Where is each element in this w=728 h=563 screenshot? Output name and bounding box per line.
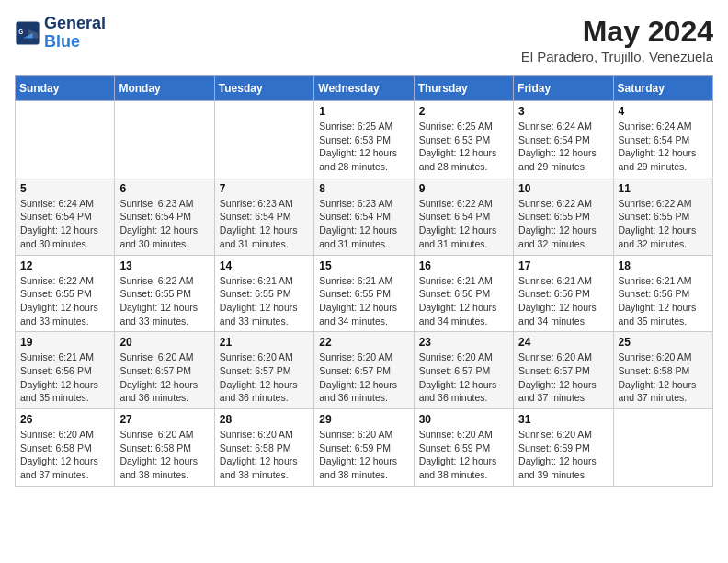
day-info: Sunrise: 6:24 AM Sunset: 6:54 PM Dayligh… <box>518 120 608 174</box>
day-info: Sunrise: 6:21 AM Sunset: 6:56 PM Dayligh… <box>20 350 109 405</box>
day-number: 17 <box>518 259 608 272</box>
day-info: Sunrise: 6:20 AM Sunset: 6:59 PM Dayligh… <box>518 428 608 482</box>
day-info: Sunrise: 6:20 AM Sunset: 6:58 PM Dayligh… <box>20 428 109 482</box>
day-number: 21 <box>220 336 309 349</box>
day-number: 15 <box>319 259 408 272</box>
calendar-cell: 7Sunrise: 6:23 AM Sunset: 6:54 PM Daylig… <box>214 178 313 255</box>
day-info: Sunrise: 6:20 AM Sunset: 6:57 PM Dayligh… <box>518 350 608 405</box>
calendar-cell: 25Sunrise: 6:20 AM Sunset: 6:58 PM Dayli… <box>613 332 712 409</box>
calendar-cell: 22Sunrise: 6:20 AM Sunset: 6:57 PM Dayli… <box>314 332 414 409</box>
day-number: 25 <box>619 336 708 349</box>
svg-text:G: G <box>18 29 23 35</box>
calendar-week-row: 1Sunrise: 6:25 AM Sunset: 6:53 PM Daylig… <box>16 101 713 178</box>
day-info: Sunrise: 6:24 AM Sunset: 6:54 PM Dayligh… <box>20 197 109 251</box>
day-info: Sunrise: 6:22 AM Sunset: 6:55 PM Dayligh… <box>518 197 608 251</box>
day-number: 8 <box>319 182 408 195</box>
day-info: Sunrise: 6:22 AM Sunset: 6:54 PM Dayligh… <box>419 197 508 251</box>
day-info: Sunrise: 6:20 AM Sunset: 6:58 PM Dayligh… <box>119 428 209 482</box>
calendar-cell: 6Sunrise: 6:23 AM Sunset: 6:54 PM Daylig… <box>115 178 214 255</box>
calendar-cell <box>214 101 313 178</box>
day-number: 20 <box>119 336 209 349</box>
calendar-cell: 23Sunrise: 6:20 AM Sunset: 6:57 PM Dayli… <box>414 332 513 409</box>
calendar-cell: 4Sunrise: 6:24 AM Sunset: 6:54 PM Daylig… <box>613 101 712 178</box>
day-info: Sunrise: 6:21 AM Sunset: 6:56 PM Dayligh… <box>419 274 508 328</box>
day-info: Sunrise: 6:23 AM Sunset: 6:54 PM Dayligh… <box>220 197 309 251</box>
day-number: 14 <box>220 259 309 272</box>
calendar-week-row: 19Sunrise: 6:21 AM Sunset: 6:56 PM Dayli… <box>16 332 713 409</box>
calendar-cell: 17Sunrise: 6:21 AM Sunset: 6:56 PM Dayli… <box>514 255 613 332</box>
title-block: May 2024 El Paradero, Trujillo, Venezuel… <box>521 15 713 64</box>
day-of-week-header: Monday <box>115 76 214 101</box>
calendar-table: SundayMondayTuesdayWednesdayThursdayFrid… <box>15 75 713 487</box>
day-info: Sunrise: 6:24 AM Sunset: 6:54 PM Dayligh… <box>619 120 708 174</box>
day-number: 2 <box>419 105 508 118</box>
day-number: 26 <box>20 413 109 426</box>
calendar-cell: 26Sunrise: 6:20 AM Sunset: 6:58 PM Dayli… <box>16 409 115 487</box>
page-header: G GeneralBlue May 2024 El Paradero, Truj… <box>15 15 713 64</box>
calendar-cell: 9Sunrise: 6:22 AM Sunset: 6:54 PM Daylig… <box>414 178 513 255</box>
day-number: 18 <box>619 259 708 272</box>
calendar-cell: 28Sunrise: 6:20 AM Sunset: 6:58 PM Dayli… <box>214 409 313 487</box>
day-info: Sunrise: 6:20 AM Sunset: 6:57 PM Dayligh… <box>419 350 508 405</box>
calendar-cell: 19Sunrise: 6:21 AM Sunset: 6:56 PM Dayli… <box>16 332 115 409</box>
day-number: 29 <box>319 413 408 426</box>
day-info: Sunrise: 6:22 AM Sunset: 6:55 PM Dayligh… <box>119 274 209 328</box>
calendar-cell: 12Sunrise: 6:22 AM Sunset: 6:55 PM Dayli… <box>16 255 115 332</box>
day-number: 12 <box>20 259 109 272</box>
calendar-week-row: 12Sunrise: 6:22 AM Sunset: 6:55 PM Dayli… <box>16 255 713 332</box>
day-info: Sunrise: 6:21 AM Sunset: 6:55 PM Dayligh… <box>220 274 309 328</box>
day-info: Sunrise: 6:25 AM Sunset: 6:53 PM Dayligh… <box>319 120 408 174</box>
calendar-cell: 31Sunrise: 6:20 AM Sunset: 6:59 PM Dayli… <box>514 409 613 487</box>
calendar-cell: 1Sunrise: 6:25 AM Sunset: 6:53 PM Daylig… <box>314 101 414 178</box>
day-number: 19 <box>20 336 109 349</box>
logo-icon: G <box>15 20 40 46</box>
day-number: 23 <box>419 336 508 349</box>
calendar-cell: 24Sunrise: 6:20 AM Sunset: 6:57 PM Dayli… <box>514 332 613 409</box>
day-number: 7 <box>220 182 309 195</box>
day-of-week-header: Friday <box>514 76 613 101</box>
day-of-week-header: Wednesday <box>314 76 414 101</box>
day-info: Sunrise: 6:22 AM Sunset: 6:55 PM Dayligh… <box>619 197 708 251</box>
calendar-cell: 21Sunrise: 6:20 AM Sunset: 6:57 PM Dayli… <box>214 332 313 409</box>
day-number: 27 <box>119 413 209 426</box>
calendar-cell: 3Sunrise: 6:24 AM Sunset: 6:54 PM Daylig… <box>514 101 613 178</box>
calendar-cell: 15Sunrise: 6:21 AM Sunset: 6:55 PM Dayli… <box>314 255 414 332</box>
day-number: 9 <box>419 182 508 195</box>
day-info: Sunrise: 6:21 AM Sunset: 6:56 PM Dayligh… <box>518 274 608 328</box>
calendar-cell: 18Sunrise: 6:21 AM Sunset: 6:56 PM Dayli… <box>613 255 712 332</box>
calendar-cell: 13Sunrise: 6:22 AM Sunset: 6:55 PM Dayli… <box>115 255 214 332</box>
calendar-cell: 30Sunrise: 6:20 AM Sunset: 6:59 PM Dayli… <box>414 409 513 487</box>
day-of-week-header: Thursday <box>414 76 513 101</box>
day-info: Sunrise: 6:20 AM Sunset: 6:57 PM Dayligh… <box>220 350 309 405</box>
day-number: 11 <box>619 182 708 195</box>
day-number: 28 <box>220 413 309 426</box>
day-number: 5 <box>20 182 109 195</box>
day-number: 4 <box>619 105 708 118</box>
day-info: Sunrise: 6:20 AM Sunset: 6:58 PM Dayligh… <box>220 428 309 482</box>
day-number: 24 <box>518 336 608 349</box>
day-of-week-header: Saturday <box>613 76 712 101</box>
calendar-cell: 14Sunrise: 6:21 AM Sunset: 6:55 PM Dayli… <box>214 255 313 332</box>
day-number: 30 <box>419 413 508 426</box>
calendar-cell: 10Sunrise: 6:22 AM Sunset: 6:55 PM Dayli… <box>514 178 613 255</box>
calendar-cell: 11Sunrise: 6:22 AM Sunset: 6:55 PM Dayli… <box>613 178 712 255</box>
logo-text: GeneralBlue <box>44 15 106 52</box>
calendar-cell <box>115 101 214 178</box>
day-number: 1 <box>319 105 408 118</box>
calendar-cell: 2Sunrise: 6:25 AM Sunset: 6:53 PM Daylig… <box>414 101 513 178</box>
calendar-cell: 27Sunrise: 6:20 AM Sunset: 6:58 PM Dayli… <box>115 409 214 487</box>
day-info: Sunrise: 6:20 AM Sunset: 6:57 PM Dayligh… <box>319 350 408 405</box>
day-info: Sunrise: 6:20 AM Sunset: 6:57 PM Dayligh… <box>119 350 209 405</box>
day-number: 6 <box>119 182 209 195</box>
calendar-cell: 8Sunrise: 6:23 AM Sunset: 6:54 PM Daylig… <box>314 178 414 255</box>
day-info: Sunrise: 6:22 AM Sunset: 6:55 PM Dayligh… <box>20 274 109 328</box>
day-of-week-header: Sunday <box>16 76 115 101</box>
calendar-week-row: 26Sunrise: 6:20 AM Sunset: 6:58 PM Dayli… <box>16 409 713 487</box>
calendar-cell <box>16 101 115 178</box>
calendar-header-row: SundayMondayTuesdayWednesdayThursdayFrid… <box>16 76 713 101</box>
calendar-cell: 29Sunrise: 6:20 AM Sunset: 6:59 PM Dayli… <box>314 409 414 487</box>
calendar-cell: 16Sunrise: 6:21 AM Sunset: 6:56 PM Dayli… <box>414 255 513 332</box>
month-title: May 2024 <box>521 15 713 49</box>
day-info: Sunrise: 6:25 AM Sunset: 6:53 PM Dayligh… <box>419 120 508 174</box>
day-info: Sunrise: 6:23 AM Sunset: 6:54 PM Dayligh… <box>119 197 209 251</box>
